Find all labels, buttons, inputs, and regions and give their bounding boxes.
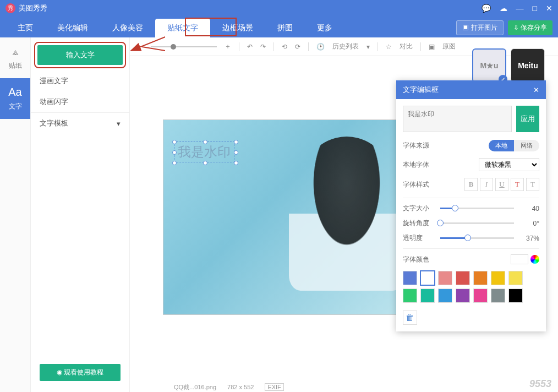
undo-icon[interactable]: ⟲	[282, 43, 287, 51]
color-swatch[interactable]	[438, 288, 452, 303]
save-share-button[interactable]: ⇩ 保存分享	[508, 20, 552, 35]
tutorial-button[interactable]: ◉ 观看使用教程	[40, 364, 121, 381]
local-font-label: 本地字体	[403, 160, 435, 170]
side-item-templates[interactable]: 文字模板 ▾	[31, 112, 129, 134]
color-picker-icon[interactable]	[530, 255, 539, 264]
apply-button[interactable]: 应用	[516, 106, 539, 132]
resize-handle[interactable]	[203, 140, 207, 144]
resize-handle[interactable]	[203, 161, 207, 165]
maximize-icon[interactable]: □	[533, 4, 537, 13]
font-source-label: 字体来源	[403, 141, 435, 150]
rotate-right-icon[interactable]: ↷	[260, 43, 266, 51]
text-edit-popup: 文字编辑框 ✕ 应用 字体来源 本地 网络 本地字体 微软雅黑 字体样式 B I…	[396, 80, 546, 331]
opacity-slider[interactable]	[440, 237, 514, 239]
chat-icon[interactable]: 💬	[482, 4, 491, 13]
color-swatch[interactable]	[438, 271, 452, 285]
font-select[interactable]: 微软雅黑	[479, 158, 539, 171]
style-color1[interactable]: T	[511, 178, 524, 191]
size-slider[interactable]	[440, 208, 514, 209]
rotate-left-icon[interactable]: ↶	[247, 43, 253, 51]
seg-local[interactable]: 本地	[489, 140, 514, 151]
zoom-in-icon[interactable]: ＋	[225, 42, 231, 51]
redo-icon[interactable]: ⟳	[295, 43, 300, 51]
color-label: 字体颜色	[403, 255, 435, 264]
rail-sticker[interactable]: ⟁ 贴纸	[0, 37, 30, 78]
status-filename: QQ截...016.png	[174, 383, 216, 391]
style-bold[interactable]: B	[464, 178, 478, 191]
style-underline[interactable]: U	[495, 178, 508, 191]
resize-handle[interactable]	[234, 161, 238, 165]
close-icon[interactable]: ✕	[546, 4, 552, 13]
chevron-down-icon: ▾	[117, 119, 121, 128]
image-icon: ▣	[429, 43, 435, 51]
color-swatch[interactable]	[473, 288, 488, 303]
color-swatch[interactable]	[508, 271, 523, 285]
resize-handle[interactable]	[234, 140, 238, 144]
opacity-label: 透明度	[403, 233, 435, 243]
color-swatch[interactable]	[403, 271, 417, 285]
thumb-item[interactable]: Meitu	[511, 48, 545, 83]
titlebar: 秀 美图秀秀 💬 ☁ — □ ✕	[0, 0, 558, 17]
rotate-slider[interactable]	[440, 222, 514, 224]
tab-sticker-text[interactable]: 贴纸文字	[155, 19, 210, 37]
original-button[interactable]: 原图	[442, 42, 456, 51]
color-swatch[interactable]	[420, 271, 435, 285]
rail-text[interactable]: Aa 文字	[0, 78, 30, 119]
color-swatch[interactable]	[508, 288, 523, 303]
text-input[interactable]	[403, 106, 512, 132]
popup-header[interactable]: 文字编辑框 ✕	[396, 80, 546, 99]
color-swatch[interactable]	[456, 271, 470, 285]
app-title: 美图秀秀	[19, 3, 482, 13]
color-swatch[interactable]	[491, 288, 505, 303]
status-bar: QQ截...016.png 782 x 552 EXIF	[130, 382, 558, 392]
color-swatch[interactable]	[403, 288, 417, 303]
history-chevron-icon[interactable]: ▾	[366, 43, 370, 51]
color-preview[interactable]	[511, 254, 528, 264]
style-italic[interactable]: I	[480, 178, 493, 191]
rotate-label: 旋转角度	[403, 219, 435, 228]
minimize-icon[interactable]: —	[516, 4, 524, 13]
size-value: 40	[519, 205, 539, 213]
color-swatch[interactable]	[420, 288, 435, 303]
tab-frame[interactable]: 边框场景	[210, 19, 265, 37]
watermark-text-box[interactable]: 我是水印	[174, 142, 234, 162]
status-dims: 782 x 552	[227, 384, 254, 390]
color-swatches	[403, 271, 539, 303]
exif-button[interactable]: EXIF	[265, 383, 283, 391]
zoom-slider[interactable]	[151, 46, 217, 47]
open-image-button[interactable]: ▣ 打开图片	[456, 20, 503, 35]
dropdown-icon[interactable]: ☁	[500, 4, 507, 13]
history-button[interactable]: 历史列表	[332, 42, 359, 51]
font-style-label: 字体样式	[403, 180, 435, 189]
opacity-value: 37%	[519, 235, 539, 242]
style-color2[interactable]: T	[526, 178, 539, 191]
resize-handle[interactable]	[172, 150, 177, 155]
text-icon: Aa	[8, 86, 21, 99]
input-text-button[interactable]: 输入文字	[37, 45, 123, 65]
zoom-out-icon[interactable]: －	[136, 42, 143, 51]
tab-beautify[interactable]: 美化编辑	[45, 19, 100, 37]
tab-more[interactable]: 更多	[305, 19, 344, 37]
side-item-anim[interactable]: 动画闪字	[31, 91, 129, 112]
tab-portrait[interactable]: 人像美容	[100, 19, 155, 37]
tab-collage[interactable]: 拼图	[265, 19, 305, 37]
compare-button[interactable]: 对比	[400, 42, 413, 51]
size-label: 文字大小	[403, 204, 435, 213]
resize-handle[interactable]	[172, 161, 177, 165]
font-source-segment: 本地 网络	[489, 140, 539, 151]
side-panel: 输入文字 漫画文字 动画闪字 文字模板 ▾ ◉ 观看使用教程	[31, 37, 130, 392]
popup-close-icon[interactable]: ✕	[533, 86, 539, 94]
tab-home[interactable]: 主页	[6, 19, 45, 37]
color-swatch[interactable]	[473, 271, 488, 285]
bookmark-icon: ⟁	[12, 45, 19, 58]
color-swatch[interactable]	[456, 288, 470, 303]
resize-handle[interactable]	[172, 140, 177, 144]
seg-network[interactable]: 网络	[514, 140, 539, 151]
thumb-item[interactable]: M★u	[472, 48, 506, 83]
side-item-comic[interactable]: 漫画文字	[31, 70, 129, 91]
delete-button[interactable]: 🗑	[403, 311, 417, 325]
color-swatch[interactable]	[491, 271, 505, 285]
resize-handle[interactable]	[234, 150, 238, 155]
popup-title: 文字编辑框	[403, 85, 439, 95]
app-logo-icon: 秀	[6, 3, 15, 13]
